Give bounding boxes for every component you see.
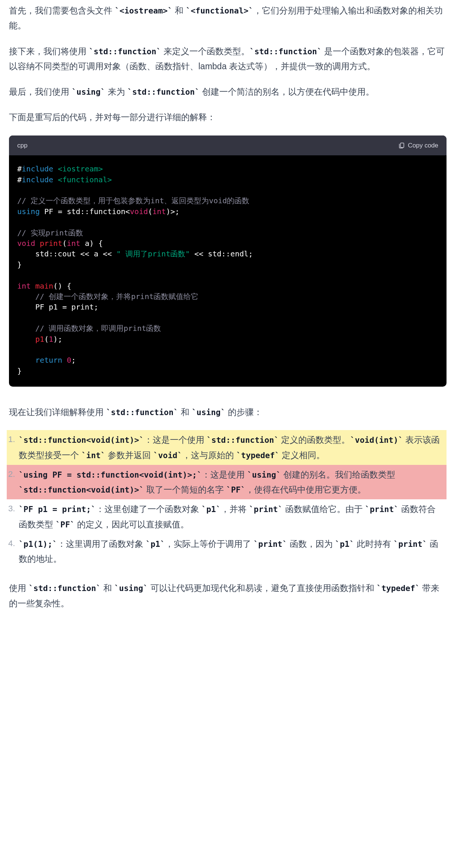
text: 定义的函数类型。 [279,435,350,445]
text: ，使得在代码中使用它更方便。 [246,485,366,494]
step-2: `using PF = std::function<void(int)>;`：这… [7,465,447,500]
inline-code: `std::function` [250,47,322,56]
inline-code: `using` [192,408,225,417]
text: ：这是使用 [202,470,247,479]
inline-code: `std::function<void(int)>` [19,435,144,445]
text: 此时持有 [354,539,394,549]
inline-code: `using` [114,584,148,593]
inline-code: `void(int)` [350,435,403,445]
inline-code: `void` [153,451,182,460]
inline-code: `std::function<void(int)>` [19,485,144,494]
text: 现在让我们详细解释使用 [9,407,106,417]
paragraph-1: 首先，我们需要包含头文件 `<iostream>` 和 `<functional… [9,3,447,33]
text: ：这是一个使用 [144,435,207,445]
text: ，并将 [221,504,249,514]
text: ，实际上等价于调用了 [165,539,253,549]
step-4: `p1(1);`：这里调用了函数对象 `p1`，实际上等价于调用了 `print… [7,534,447,569]
code-block: cpp Copy code #include <iostream> #inclu… [9,135,447,387]
inline-code: `std::function` [28,584,101,593]
inline-code: `<functional>` [186,6,253,15]
inline-code: `using PF = std::function<void(int)>;` [19,470,202,479]
inline-code: `p1` [335,539,354,549]
inline-code: `print` [393,539,427,549]
text: 函数，因为 [287,539,335,549]
paragraph-4: 下面是重写后的代码，并对每一部分进行详细的解释： [9,110,447,125]
inline-code: `print` [365,505,399,514]
inline-code: `PF` [55,520,74,529]
text: 的步骤： [225,407,262,417]
inline-code: `using` [71,87,105,97]
text: 首先，我们需要包含头文件 [9,6,115,15]
paragraph-6: 使用 `std::function` 和 `using` 可以让代码更加现代化和… [9,581,447,611]
svg-rect-0 [400,143,404,147]
step-1: `std::function<void(int)>`：这是一个使用 `std::… [7,430,447,465]
text: 和 [101,583,114,593]
inline-code: `using` [247,470,281,479]
inline-code: `PF` [226,485,245,494]
text: 可以让代码更加现代化和易读，避免了直接使用函数指针和 [148,583,377,593]
inline-code: `p1(1);` [19,539,57,549]
inline-code: `typedef` [236,451,280,460]
text: 创建一个简洁的别名，以方便在代码中使用。 [199,87,374,97]
inline-code: `int` [81,451,105,460]
paragraph-5: 现在让我们详细解释使用 `std::function` 和 `using` 的步… [9,405,447,420]
copy-code-label: Copy code [408,140,438,151]
text: 的定义，因此可以直接赋值。 [75,520,189,529]
text: 来定义一个函数类型。 [161,46,249,56]
text: 和 [173,6,186,15]
inline-code: `std::function` [207,435,279,445]
inline-code: `p1` [201,505,220,514]
text: 取了一个简短的名字 [144,485,226,494]
steps-list: `std::function<void(int)>`：这是一个使用 `std::… [9,430,447,569]
code-language-label: cpp [17,140,27,151]
inline-code: `print` [253,539,287,549]
text: ：这里调用了函数对象 [57,539,146,549]
inline-code: `print` [249,505,283,514]
inline-code: `std::function` [89,47,161,56]
copy-code-button[interactable]: Copy code [398,140,438,151]
text: ：这里创建了一个函数对象 [96,504,201,514]
code-block-header: cpp Copy code [9,135,447,156]
clipboard-icon [398,142,405,149]
paragraph-2: 接下来，我们将使用 `std::function` 来定义一个函数类型。`std… [9,44,447,74]
text: 使用 [9,583,28,593]
inline-code: `std::function` [106,408,178,417]
code-content: #include <iostream> #include <functional… [9,155,447,387]
inline-code: `std::function` [127,87,199,97]
text: 函数赋值给它。由于 [283,504,365,514]
text: 最后，我们使用 [9,87,71,97]
text: ，这与原始的 [182,450,236,460]
inline-code: `p1` [146,539,165,549]
inline-code: `PF p1 = print;` [19,505,96,514]
paragraph-3: 最后，我们使用 `using` 来为 `std::function` 创建一个简… [9,84,447,99]
inline-code: `typedef` [377,584,420,593]
text: 定义相同。 [280,450,325,460]
step-3: `PF p1 = print;`：这里创建了一个函数对象 `p1`，并将 `pr… [7,499,447,534]
text: 创建的别名。我们给函数类型 [281,470,395,479]
inline-code: `<iostream>` [115,6,172,15]
text: 来为 [105,87,127,97]
text: 和 [178,407,192,417]
text: 参数并返回 [106,450,153,460]
text: 接下来，我们将使用 [9,46,89,56]
